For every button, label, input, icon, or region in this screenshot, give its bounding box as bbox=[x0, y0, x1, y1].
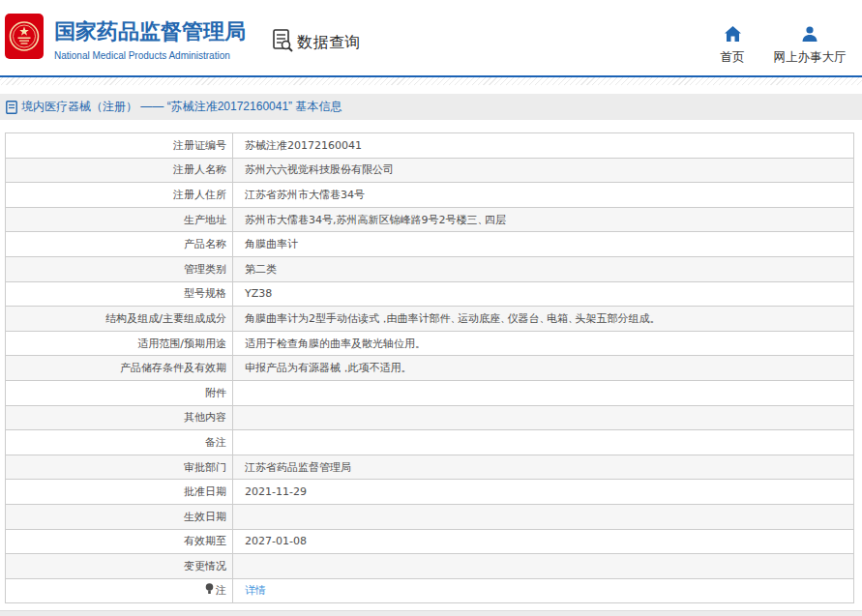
nav-hall-label: 网上办事大厅 bbox=[770, 49, 849, 66]
row-label: 注册人住所 bbox=[6, 183, 233, 208]
breadcrumb: 境内医疗器械（注册） —— “苏械注准20172160041” 基本信息 bbox=[0, 94, 862, 120]
nav-home[interactable]: 首页 bbox=[711, 26, 754, 66]
data-query-section[interactable]: 数据查询 bbox=[272, 29, 361, 56]
page-icon bbox=[6, 101, 17, 114]
table-row: 型号规格YZ38 bbox=[6, 281, 854, 307]
row-value: 适用于检查角膜的曲率及散光轴位用。 bbox=[233, 331, 854, 356]
footer-band bbox=[0, 610, 862, 616]
row-value: 苏州六六视觉科技股份有限公司 bbox=[233, 158, 854, 183]
site-title-en: National Medical Products Administration bbox=[54, 50, 246, 61]
row-label: 审批部门 bbox=[6, 455, 233, 480]
row-value: 第二类 bbox=[233, 256, 854, 281]
row-label: 注册证编号 bbox=[6, 133, 233, 159]
row-value bbox=[233, 380, 854, 405]
row-value: 2027-01-08 bbox=[233, 529, 854, 554]
data-query-label: 数据查询 bbox=[297, 33, 361, 53]
row-label: 注册人名称 bbox=[6, 158, 233, 183]
row-value: 苏州市大儒巷34号,苏州高新区锦峰路9号2号楼三、四层 bbox=[233, 207, 854, 232]
row-label: 附件 bbox=[6, 380, 233, 405]
row-label: 结构及组成/主要组成成分 bbox=[6, 307, 233, 332]
white-gap bbox=[0, 85, 862, 94]
row-label: 产品名称 bbox=[6, 232, 233, 257]
row-value bbox=[233, 554, 854, 579]
row-value: 江苏省苏州市大儒巷34号 bbox=[233, 183, 854, 208]
table-row: 注册人名称苏州六六视觉科技股份有限公司 bbox=[6, 158, 854, 183]
row-value: 江苏省药品监督管理局 bbox=[233, 455, 854, 480]
table-row: 注详情 bbox=[6, 578, 854, 603]
table-row: 产品名称角膜曲率计 bbox=[6, 232, 854, 257]
table-row: 管理类别第二类 bbox=[6, 256, 854, 281]
table-row: 生产地址苏州市大儒巷34号,苏州高新区锦峰路9号2号楼三、四层 bbox=[6, 207, 854, 232]
row-value bbox=[233, 504, 854, 529]
row-value: 2021-11-29 bbox=[233, 480, 854, 505]
lamp-icon bbox=[205, 583, 214, 595]
table-row: 审批部门江苏省药品监督管理局 bbox=[6, 455, 854, 480]
table-row: 结构及组成/主要组成成分角膜曲率计为2型手动估读式，由曲率计部件、运动底座、仪器… bbox=[6, 307, 854, 332]
breadcrumb-text: 境内医疗器械（注册） —— “苏械注准20172160041” 基本信息 bbox=[21, 99, 342, 115]
info-table: 注册证编号苏械注准20172160041注册人名称苏州六六视觉科技股份有限公司注… bbox=[5, 132, 854, 603]
nav-home-label: 首页 bbox=[711, 49, 754, 66]
row-value: 角膜曲率计 bbox=[233, 232, 854, 257]
home-icon bbox=[725, 26, 741, 42]
table-row: 注册人住所江苏省苏州市大儒巷34号 bbox=[6, 183, 854, 208]
row-value: 申报产品为有源器械，此项不适用。 bbox=[233, 356, 854, 381]
row-value: 详情 bbox=[233, 578, 854, 603]
row-value: YZ38 bbox=[233, 281, 854, 307]
table-row: 其他内容 bbox=[6, 405, 854, 430]
site-title: 国家药品监督管理局 bbox=[54, 17, 246, 46]
row-label: 其他内容 bbox=[6, 405, 233, 430]
table-row: 备注 bbox=[6, 430, 854, 455]
row-label: 批准日期 bbox=[6, 480, 233, 505]
data-query-icon bbox=[272, 29, 294, 56]
row-label: 变更情况 bbox=[6, 554, 233, 579]
row-label: 生效日期 bbox=[6, 504, 233, 529]
row-value: 角膜曲率计为2型手动估读式，由曲率计部件、运动底座、仪器台、电箱、头架五部分组成… bbox=[233, 307, 854, 332]
row-label: 管理类别 bbox=[6, 256, 233, 281]
row-value bbox=[233, 430, 854, 455]
row-value: 苏械注准20172160041 bbox=[233, 133, 854, 159]
table-row: 注册证编号苏械注准20172160041 bbox=[6, 133, 854, 159]
table-row: 适用范围/预期用途适用于检查角膜的曲率及散光轴位用。 bbox=[6, 331, 854, 356]
nav-online-hall[interactable]: 网上办事大厅 bbox=[770, 26, 849, 66]
info-table-wrap: 注册证编号苏械注准20172160041注册人名称苏州六六视觉科技股份有限公司注… bbox=[5, 132, 862, 603]
header: 国家药品监督管理局 National Medical Products Admi… bbox=[0, 0, 862, 75]
details-link[interactable]: 详情 bbox=[245, 584, 266, 597]
table-row: 变更情况 bbox=[6, 554, 854, 579]
row-label: 注 bbox=[6, 578, 233, 603]
row-label: 有效期至 bbox=[6, 529, 233, 554]
table-row: 生效日期 bbox=[6, 504, 854, 529]
table-row: 附件 bbox=[6, 380, 854, 405]
table-row: 有效期至2027-01-08 bbox=[6, 529, 854, 554]
row-label: 生产地址 bbox=[6, 207, 233, 232]
nmpa-emblem-logo bbox=[5, 14, 44, 59]
row-label: 适用范围/预期用途 bbox=[6, 331, 233, 356]
user-icon bbox=[802, 26, 817, 42]
row-value bbox=[233, 405, 854, 430]
stripe-band bbox=[0, 77, 862, 85]
table-row: 产品储存条件及有效期申报产品为有源器械，此项不适用。 bbox=[6, 356, 854, 381]
row-label: 产品储存条件及有效期 bbox=[6, 356, 233, 381]
row-label: 备注 bbox=[6, 430, 233, 455]
row-label: 型号规格 bbox=[6, 281, 233, 307]
table-row: 批准日期2021-11-29 bbox=[6, 480, 854, 505]
